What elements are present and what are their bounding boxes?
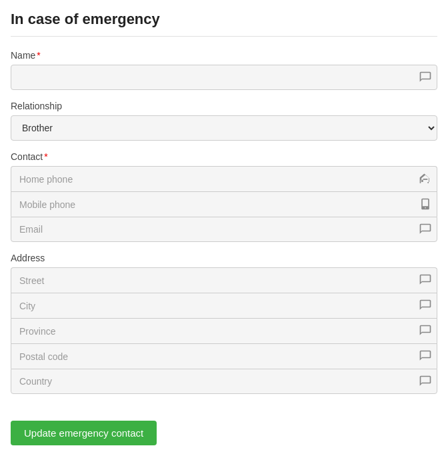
postal-code-wrapper <box>11 343 437 369</box>
mobile-phone-wrapper <box>11 191 437 217</box>
province-input[interactable] <box>11 318 437 343</box>
email-wrapper <box>11 217 437 242</box>
province-wrapper <box>11 318 437 343</box>
relationship-select[interactable]: BrotherSisterMotherFatherSpousePartnerFr… <box>11 115 437 141</box>
relationship-field-group: Relationship BrotherSisterMotherFatherSp… <box>11 101 437 141</box>
mobile-phone-input[interactable] <box>11 191 437 217</box>
update-emergency-contact-button[interactable]: Update emergency contact <box>11 421 157 445</box>
name-input-wrapper <box>11 65 437 90</box>
address-fields <box>11 267 437 394</box>
name-field-group: Name* <box>11 50 437 90</box>
contact-section: Contact* <box>11 151 437 242</box>
contact-fields <box>11 166 437 242</box>
home-phone-wrapper <box>11 166 437 191</box>
contact-label: Contact* <box>11 151 437 162</box>
name-label: Name* <box>11 50 437 61</box>
address-label: Address <box>11 253 437 263</box>
home-phone-input[interactable] <box>11 166 437 191</box>
relationship-label: Relationship <box>11 101 437 111</box>
country-wrapper <box>11 369 437 394</box>
country-input[interactable] <box>11 369 437 394</box>
city-wrapper <box>11 293 437 318</box>
postal-code-input[interactable] <box>11 343 437 369</box>
name-input[interactable] <box>11 65 437 90</box>
street-input[interactable] <box>11 267 437 293</box>
email-input[interactable] <box>11 217 437 242</box>
street-wrapper <box>11 267 437 293</box>
page-title: In case of emergency <box>11 11 437 37</box>
address-section: Address <box>11 253 437 394</box>
city-input[interactable] <box>11 293 437 318</box>
